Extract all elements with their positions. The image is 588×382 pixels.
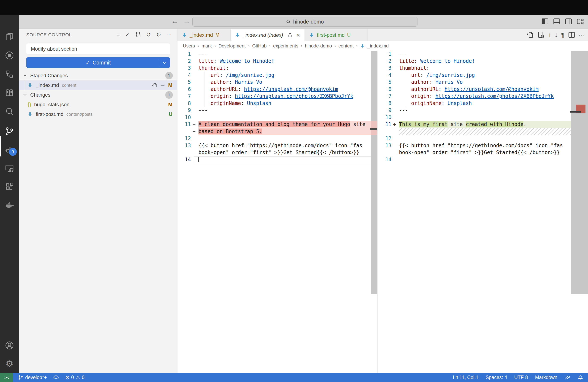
sync-status-item[interactable] bbox=[53, 375, 59, 381]
remote-explorer-icon[interactable] bbox=[0, 159, 19, 178]
remote-indicator[interactable]: >< bbox=[0, 373, 13, 382]
code-row[interactable]: 14 bbox=[378, 156, 571, 163]
book-icon[interactable] bbox=[0, 84, 19, 102]
code-row[interactable]: −based on Bootstrap 5. bbox=[177, 128, 371, 135]
split-editor-icon[interactable] bbox=[568, 31, 575, 39]
code-row[interactable]: 12 bbox=[177, 135, 371, 142]
code-row[interactable]: book-open" order="first" >}}Get Started{… bbox=[378, 149, 571, 156]
code-row[interactable]: 2title: Welcome to Hinode! bbox=[177, 58, 371, 65]
refresh-icon[interactable]: ↻ bbox=[156, 32, 161, 38]
code-row[interactable]: 13{{< button href="https://gethinode.com… bbox=[378, 142, 571, 149]
code-row[interactable] bbox=[378, 128, 571, 135]
left-scrollbar-thumb[interactable] bbox=[371, 51, 377, 294]
diff-modified-pane[interactable]: 1---2title: Welcome to Hinode!3thumbnail… bbox=[378, 51, 571, 163]
more-actions-icon[interactable]: ⋯ bbox=[579, 31, 585, 39]
history-icon[interactable]: ↺ bbox=[146, 32, 151, 38]
breadcrumb-item[interactable]: GitHub bbox=[252, 43, 267, 49]
inline-view-icon[interactable] bbox=[537, 31, 545, 39]
code-row[interactable]: 1--- bbox=[177, 51, 371, 58]
breadcrumb-item[interactable]: Users bbox=[183, 43, 195, 49]
code-row[interactable]: 12 bbox=[378, 135, 571, 142]
code-row[interactable]: 7 origin: https://unsplash.com/photos/ZX… bbox=[177, 93, 371, 100]
breadcrumb-item[interactable]: _index.md bbox=[367, 43, 389, 49]
code-row[interactable]: 8 originName: Unsplash bbox=[177, 100, 371, 107]
source-control-icon[interactable] bbox=[0, 122, 19, 141]
breadcrumb-item[interactable]: Development bbox=[218, 43, 246, 49]
back-icon[interactable]: ← bbox=[171, 17, 178, 25]
command-center-search[interactable]: hinode-demo bbox=[192, 17, 418, 27]
tab-index-md-diff[interactable]: _index.md (Index) × bbox=[231, 29, 305, 41]
close-icon[interactable]: × bbox=[296, 31, 300, 39]
code-row[interactable]: 3thumbnail: bbox=[177, 65, 371, 72]
code-row[interactable]: book-open" order="first" >}}Get Started{… bbox=[177, 149, 371, 156]
search-icon[interactable] bbox=[0, 102, 19, 121]
right-scrollbar-thumb[interactable] bbox=[571, 51, 588, 294]
code-row[interactable]: 4 url: /img/sunrise.jpg bbox=[378, 72, 571, 79]
github-icon[interactable] bbox=[0, 46, 19, 65]
changes-header[interactable]: Changes 1 bbox=[19, 90, 177, 100]
code-row[interactable]: 10 bbox=[378, 114, 571, 121]
toggle-panel-icon[interactable] bbox=[553, 18, 561, 25]
commit-message-input[interactable] bbox=[26, 43, 170, 54]
open-file-icon[interactable] bbox=[526, 31, 534, 39]
settings-gear-icon[interactable]: ⚙ bbox=[0, 355, 19, 373]
diff-sash[interactable] bbox=[377, 51, 378, 373]
whitespace-icon[interactable]: ¶ bbox=[561, 31, 565, 39]
code-row[interactable]: 2title: Welcome to Hinode! bbox=[378, 58, 571, 65]
problems-status-item[interactable]: ⊗ 0 ⚠ 0 bbox=[65, 375, 84, 381]
encoding-item[interactable]: UTF-8 bbox=[514, 375, 528, 380]
tab-index-md[interactable]: _index.md M bbox=[177, 29, 231, 41]
indentation-item[interactable]: Spaces: 4 bbox=[485, 375, 507, 380]
code-row[interactable]: 7 origin: https://unsplash.com/photos/ZX… bbox=[378, 93, 571, 100]
docker-icon[interactable] bbox=[0, 196, 19, 214]
code-row[interactable]: 6 authorURL: https://unsplash.com/@hoanv… bbox=[177, 86, 371, 93]
code-row[interactable]: 9--- bbox=[378, 107, 571, 114]
branch-create-icon[interactable] bbox=[135, 32, 141, 38]
toggle-secondary-sidebar-icon[interactable] bbox=[565, 18, 572, 25]
extensions-icon[interactable] bbox=[0, 177, 19, 196]
breadcrumb-item[interactable]: hinode-demo bbox=[305, 43, 332, 49]
notifications-item[interactable] bbox=[578, 375, 583, 381]
more-actions-icon[interactable]: ⋯ bbox=[166, 32, 172, 38]
code-row[interactable]: 13{{< button href="https://gethinode.com… bbox=[177, 142, 371, 149]
code-row[interactable]: 5 author: Harris Vo bbox=[177, 79, 371, 86]
code-row[interactable]: 8 originName: Unsplash bbox=[378, 100, 571, 107]
explorer-icon[interactable] bbox=[0, 27, 19, 46]
previous-change-icon[interactable]: ↑ bbox=[548, 31, 551, 39]
unstage-icon[interactable]: — bbox=[161, 83, 165, 87]
code-row[interactable]: 1--- bbox=[378, 51, 571, 58]
view-as-list-icon[interactable]: ≡ bbox=[116, 32, 120, 38]
code-row[interactable]: 6 authorURL: https://unsplash.com/@hoanv… bbox=[378, 86, 571, 93]
staged-changes-header[interactable]: Staged Changes 1 bbox=[19, 71, 177, 81]
code-row[interactable]: 10 bbox=[177, 114, 371, 121]
open-file-icon[interactable] bbox=[152, 83, 157, 88]
feedback-item[interactable] bbox=[565, 375, 570, 381]
language-mode-item[interactable]: Markdown bbox=[535, 375, 557, 380]
tab-first-post-md[interactable]: first-post.md U bbox=[305, 29, 368, 41]
commit-check-icon[interactable]: ✓ bbox=[125, 32, 130, 38]
hierarchy-icon[interactable] bbox=[0, 65, 19, 83]
change-file-row[interactable]: {} hugo_stats.json M bbox=[19, 100, 177, 109]
code-row[interactable]: 14 bbox=[177, 156, 371, 163]
branch-status-item[interactable]: develop*+ bbox=[18, 375, 47, 381]
code-row[interactable]: 11−A clean documentation and blog theme … bbox=[177, 121, 371, 128]
code-row[interactable]: 11+This is my first site created with Hi… bbox=[378, 121, 571, 128]
forward-icon[interactable]: → bbox=[183, 17, 190, 25]
code-row[interactable]: 3thumbnail: bbox=[378, 65, 571, 72]
change-file-row[interactable]: first-post.md content/posts U bbox=[19, 109, 177, 119]
code-row[interactable]: 4 url: /img/sunrise.jpg bbox=[177, 72, 371, 79]
next-change-icon[interactable]: ↓ bbox=[555, 31, 558, 39]
cursor-position-item[interactable]: Ln 11, Col 1 bbox=[453, 375, 478, 380]
breadcrumb-item[interactable]: content bbox=[338, 43, 354, 49]
staged-file-row[interactable]: _index.md content — M bbox=[19, 81, 177, 90]
diff-original-pane[interactable]: 1---2title: Welcome to Hinode!3thumbnail… bbox=[177, 51, 371, 163]
breadcrumb-item[interactable]: mark bbox=[202, 43, 212, 49]
account-icon[interactable] bbox=[0, 336, 19, 355]
commit-button[interactable]: ✓ Commit bbox=[26, 57, 170, 68]
toggle-primary-sidebar-icon[interactable] bbox=[541, 18, 549, 25]
code-row[interactable]: 5 author: Harris Vo bbox=[378, 79, 571, 86]
commit-dropdown-icon[interactable] bbox=[163, 60, 166, 64]
customize-layout-icon[interactable] bbox=[576, 18, 584, 25]
breadcrumb-item[interactable]: experiments bbox=[273, 43, 298, 49]
code-row[interactable]: 9--- bbox=[177, 107, 371, 114]
